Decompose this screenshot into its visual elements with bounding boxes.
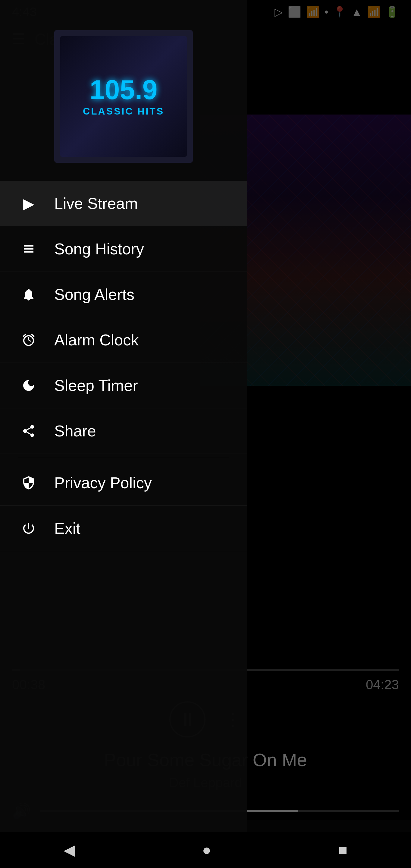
live-stream-icon: ▶: [18, 193, 39, 214]
privacy-policy-label: Privacy Policy: [54, 474, 152, 492]
alarm-clock-label: Alarm Clock: [54, 331, 138, 349]
song-history-label: Song History: [54, 240, 144, 258]
nav-drawer: 105.9 CLASSIC HITS ▶ Live Stream Song Hi…: [0, 0, 247, 868]
share-label: Share: [54, 422, 96, 440]
menu-item-sleep-timer[interactable]: Sleep Timer: [0, 363, 247, 408]
menu-item-share[interactable]: Share: [0, 408, 247, 454]
sleep-timer-label: Sleep Timer: [54, 376, 138, 395]
song-alerts-label: Song Alerts: [54, 285, 134, 304]
sleep-timer-icon: [18, 375, 39, 396]
drawer-station-logo: 105.9 CLASSIC HITS: [54, 30, 193, 163]
menu-item-song-history[interactable]: Song History: [0, 226, 247, 272]
menu-item-song-alerts[interactable]: Song Alerts: [0, 272, 247, 317]
menu-item-exit[interactable]: Exit: [0, 506, 247, 551]
exit-icon: [18, 518, 39, 539]
drawer-logo-subtitle: CLASSIC HITS: [83, 106, 164, 117]
song-history-icon: [18, 239, 39, 259]
android-nav: ◀ ● ■: [0, 832, 411, 868]
live-stream-label: Live Stream: [54, 194, 138, 213]
drawer-logo-frequency: 105.9: [90, 76, 157, 103]
recents-button[interactable]: ■: [338, 841, 347, 859]
back-button[interactable]: ◀: [64, 841, 75, 859]
privacy-policy-icon: [18, 472, 39, 493]
home-button[interactable]: ●: [202, 841, 211, 859]
menu-item-privacy-policy[interactable]: Privacy Policy: [0, 460, 247, 506]
menu-item-alarm-clock[interactable]: Alarm Clock: [0, 317, 247, 363]
drawer-logo-inner: 105.9 CLASSIC HITS: [60, 36, 187, 157]
song-alerts-icon: [18, 284, 39, 305]
menu-separator: [18, 457, 229, 457]
exit-label: Exit: [54, 519, 81, 537]
menu-item-live-stream[interactable]: ▶ Live Stream: [0, 181, 247, 226]
alarm-clock-icon: [18, 330, 39, 350]
share-icon: [18, 421, 39, 441]
